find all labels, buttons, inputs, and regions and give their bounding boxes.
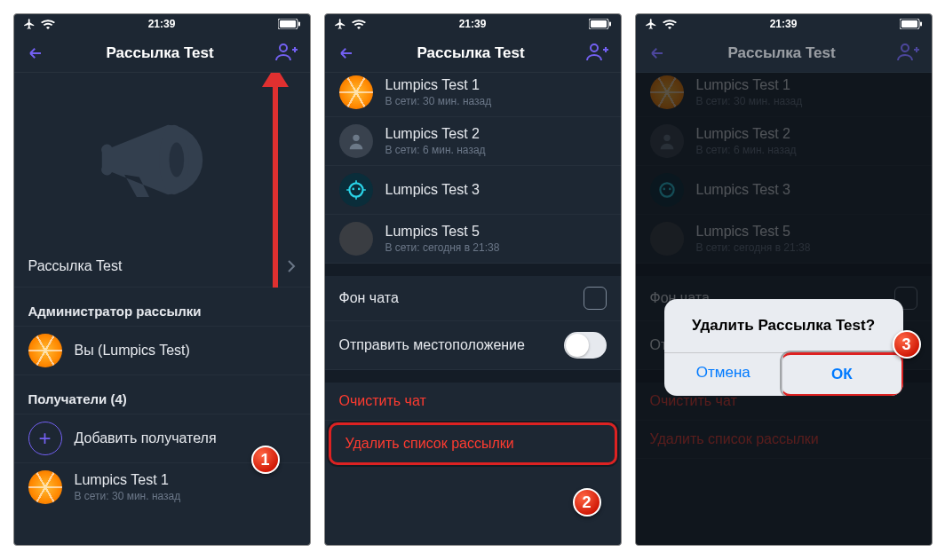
recipient-row[interactable]: Lumpics Test 1 В сети: 30 мин. назад <box>325 73 621 117</box>
chevron-right-icon <box>287 259 296 273</box>
recipient-row[interactable]: Lumpics Test 2 В сети: 6 мин. назад <box>325 117 621 166</box>
back-button[interactable] <box>25 43 46 64</box>
broadcast-name-row[interactable]: Рассылка Test <box>14 246 310 288</box>
delete-list-label: Удалить список рассылки <box>345 436 600 452</box>
recipients-section-header: Получатели (4) <box>14 375 310 414</box>
admin-row[interactable]: Вы (Lumpics Test) <box>14 327 310 375</box>
phone-screen-2: 21:39 Рассылка Test + Добавить получател… <box>324 13 622 546</box>
send-location-row[interactable]: Отправить местоположение <box>325 321 621 370</box>
broadcast-hero <box>14 73 310 246</box>
add-person-button <box>896 43 921 64</box>
recipient-name: Lumpics Test 1 <box>385 77 492 93</box>
clear-chat-label: Очистить чат <box>339 393 607 409</box>
header: Рассылка Test <box>14 34 310 73</box>
svg-point-11 <box>349 183 362 196</box>
avatar-orange-icon <box>28 470 62 504</box>
recipient-status: В сети: 30 мин. назад <box>75 490 181 502</box>
admin-name: Вы (Lumpics Test) <box>75 343 190 359</box>
status-time: 21:39 <box>636 18 932 30</box>
recipient-status: В сети: 6 мин. назад <box>385 144 486 156</box>
back-button <box>647 43 668 64</box>
dialog-cancel-button[interactable]: Отмена <box>664 353 783 396</box>
content-pane: + Добавить получателя Lumpics Test 1 В с… <box>325 73 621 545</box>
add-person-button[interactable] <box>274 43 299 64</box>
section-gap <box>325 370 621 383</box>
delete-list-row[interactable]: Удалить список рассылки <box>329 422 617 465</box>
add-person-button[interactable] <box>585 43 610 64</box>
avatar-orange-icon <box>339 75 373 109</box>
step-badge-2: 2 <box>573 488 601 517</box>
status-bar: 21:39 <box>325 14 621 34</box>
recipient-row[interactable]: Lumpics Test 3 <box>325 166 621 215</box>
recipient-name: Lumpics Test 1 <box>75 472 181 488</box>
status-bar: 21:39 <box>14 14 310 34</box>
send-location-label: Отправить местоположение <box>339 337 564 353</box>
recipient-status: В сети: сегодня в 21:38 <box>385 241 500 254</box>
page-title: Рассылка Test <box>727 44 835 62</box>
svg-point-17 <box>901 44 909 51</box>
avatar-cyan-icon <box>339 173 373 207</box>
checkbox-icon[interactable] <box>584 287 607 310</box>
avatar-orange-icon <box>28 334 62 367</box>
section-gap <box>325 264 621 276</box>
confirm-dialog: Удалить Рассылка Test? Отмена ОК <box>664 299 903 396</box>
chat-background-row[interactable]: Фон чата <box>325 276 621 321</box>
chat-background-label: Фон чата <box>339 290 584 306</box>
clear-chat-row[interactable]: Очистить чат <box>325 383 621 421</box>
add-icon: + <box>28 422 62 455</box>
recipient-status: В сети: 30 мин. назад <box>385 95 492 107</box>
status-time: 21:39 <box>325 18 621 30</box>
svg-point-10 <box>353 135 359 141</box>
status-bar: 21:39 <box>636 14 932 34</box>
svg-point-3 <box>280 44 287 51</box>
avatar-placeholder-icon <box>339 124 373 158</box>
recipient-name: Lumpics Test 2 <box>385 126 486 142</box>
step-badge-1: 1 <box>251 446 280 474</box>
recipient-name: Lumpics Test 5 <box>385 224 500 240</box>
page-title: Рассылка Test <box>417 44 524 62</box>
broadcast-name: Рассылка Test <box>28 258 287 274</box>
back-button[interactable] <box>336 43 357 64</box>
dialog-ok-button[interactable]: ОК <box>782 352 903 396</box>
page-title: Рассылка Test <box>106 44 213 62</box>
status-time: 21:39 <box>14 18 310 30</box>
phone-screen-3: 21:39 Рассылка Test + Добавить получател… <box>635 13 933 546</box>
add-recipient-label: Добавить получателя <box>75 430 217 446</box>
step-badge-3: 3 <box>893 330 921 359</box>
header: Рассылка Test <box>636 34 932 73</box>
phone-screen-1: 21:39 Рассылка Test Рассылка Test Админи… <box>13 13 311 546</box>
dialog-title: Удалить Рассылка Test? <box>664 299 903 352</box>
svg-point-12 <box>352 188 354 191</box>
recipient-name: Lumpics Test 3 <box>385 182 480 198</box>
svg-point-9 <box>591 44 598 51</box>
content-pane: + Добавить получателя Lumpics Test 1 В с… <box>636 73 932 545</box>
avatar-blurred-icon <box>339 222 373 256</box>
arrow-up-annotation <box>273 83 278 288</box>
megaphone-icon <box>99 106 224 213</box>
header: Рассылка Test <box>325 34 621 73</box>
recipient-row[interactable]: Lumpics Test 5 В сети: сегодня в 21:38 <box>325 215 621 264</box>
svg-point-5 <box>169 142 184 177</box>
svg-point-13 <box>357 188 360 191</box>
admin-section-header: Администратор рассылки <box>14 288 310 327</box>
content-pane: Рассылка Test Администратор рассылки Вы … <box>14 73 310 545</box>
toggle-switch[interactable] <box>564 332 607 359</box>
